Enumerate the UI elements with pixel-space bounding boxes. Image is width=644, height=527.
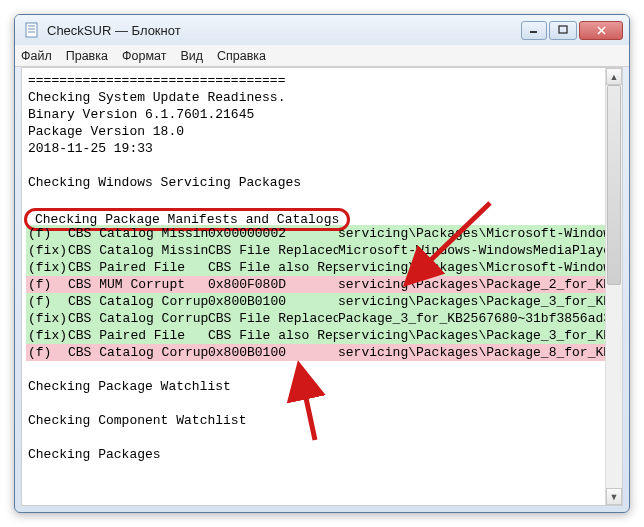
- text-line: =================================: [26, 72, 605, 89]
- text-line: Checking Packages: [26, 446, 605, 463]
- notepad-icon: [23, 21, 41, 39]
- log-row: (fix)CBS Catalog MissingCBS File Replace…: [26, 242, 605, 259]
- vertical-scrollbar[interactable]: ▲ ▼: [605, 68, 622, 505]
- log-cell: (f): [28, 293, 68, 310]
- log-cell: servicing\Packages\Package_8_for_KB26858: [338, 344, 605, 361]
- menu-format[interactable]: Формат: [122, 49, 166, 63]
- log-cell: (f): [28, 276, 68, 293]
- log-cell: (fix): [28, 259, 68, 276]
- text-line: Checking Component Watchlist: [26, 412, 605, 429]
- log-cell: 0x800B0100: [208, 293, 338, 310]
- text-line: Binary Version 6.1.7601.21645: [26, 106, 605, 123]
- log-cell: CBS File also Replaced: [208, 259, 338, 276]
- log-cell: (f): [28, 225, 68, 242]
- text-line: Checking System Update Readiness.: [26, 89, 605, 106]
- scroll-track[interactable]: [606, 85, 622, 488]
- log-cell: 0x800F080D: [208, 276, 338, 293]
- text-area-wrap: ================================= Checki…: [21, 67, 623, 506]
- text-line: [26, 157, 605, 174]
- svg-rect-5: [559, 26, 567, 33]
- text-line: [26, 429, 605, 446]
- svg-rect-0: [26, 23, 37, 37]
- scroll-down-button[interactable]: ▼: [606, 488, 622, 505]
- maximize-button[interactable]: [549, 21, 577, 40]
- log-cell: (fix): [28, 242, 68, 259]
- notepad-window: CheckSUR — Блокнот Файл Правка Формат Ви…: [14, 14, 630, 513]
- text-line: Checking Windows Servicing Packages: [26, 174, 605, 191]
- log-row: (f)CBS Catalog Corrupt0x800B0100servicin…: [26, 344, 605, 361]
- log-cell: (f): [28, 344, 68, 361]
- log-cell: CBS Catalog Missing: [68, 242, 208, 259]
- log-row: (f)CBS MUM Corrupt0x800F080Dservicing\Pa…: [26, 276, 605, 293]
- log-cell: servicing\Packages\Package_2_for_KB27576: [338, 276, 605, 293]
- log-cell: (fix): [28, 327, 68, 344]
- log-cell: CBS Catalog Corrupt: [68, 293, 208, 310]
- window-title: CheckSUR — Блокнот: [47, 23, 181, 38]
- menu-help[interactable]: Справка: [217, 49, 266, 63]
- menu-file[interactable]: Файл: [21, 49, 52, 63]
- text-line: Checking Package Manifests and Catalogs: [26, 208, 605, 225]
- text-line: [26, 361, 605, 378]
- menu-view[interactable]: Вид: [180, 49, 203, 63]
- log-cell: servicing\Packages\Package_3_for_KB25676: [338, 293, 605, 310]
- log-rows: (f)CBS Catalog Missing0x00000002servicin…: [26, 225, 605, 361]
- log-row: (fix)CBS Paired FileCBS File also Replac…: [26, 327, 605, 344]
- log-row: (fix)CBS Paired FileCBS File also Replac…: [26, 259, 605, 276]
- log-cell: CBS Paired File: [68, 259, 208, 276]
- log-cell: CBS Paired File: [68, 327, 208, 344]
- log-row: (f)CBS Catalog Missing0x00000002servicin…: [26, 225, 605, 242]
- log-row: (fix)CBS Catalog CorruptCBS File Replace…: [26, 310, 605, 327]
- text-line: Package Version 18.0: [26, 123, 605, 140]
- log-cell: servicing\Packages\Package_3_for_KB25676: [338, 327, 605, 344]
- menu-edit[interactable]: Правка: [66, 49, 108, 63]
- text-line: [26, 191, 605, 208]
- log-cell: servicing\Packages\Microsoft-WindowsMedi…: [338, 259, 605, 276]
- text-area[interactable]: ================================= Checki…: [22, 68, 605, 505]
- log-cell: (fix): [28, 310, 68, 327]
- log-cell: CBS File also Replaced: [208, 327, 338, 344]
- text-line: Checking Package Watchlist: [26, 378, 605, 395]
- log-cell: 0x800B0100: [208, 344, 338, 361]
- scroll-thumb[interactable]: [607, 85, 621, 285]
- log-cell: CBS Catalog Missing: [68, 225, 208, 242]
- log-cell: CBS File Replaced: [208, 310, 338, 327]
- log-cell: CBS Catalog Corrupt: [68, 344, 208, 361]
- log-cell: CBS File Replaced: [208, 242, 338, 259]
- text-line: 2018-11-25 19:33: [26, 140, 605, 157]
- log-cell: CBS Catalog Corrupt: [68, 310, 208, 327]
- minimize-button[interactable]: [521, 21, 547, 40]
- window-controls: [521, 21, 625, 40]
- scroll-up-button[interactable]: ▲: [606, 68, 622, 85]
- log-cell: Package_3_for_KB2567680~31bf3856ad364e: [338, 310, 605, 327]
- log-cell: CBS MUM Corrupt: [68, 276, 208, 293]
- log-cell: servicing\Packages\Microsoft-Windows-Win…: [338, 225, 605, 242]
- titlebar[interactable]: CheckSUR — Блокнот: [15, 15, 629, 45]
- text-line: [26, 395, 605, 412]
- log-row: (f)CBS Catalog Corrupt0x800B0100servicin…: [26, 293, 605, 310]
- close-button[interactable]: [579, 21, 623, 40]
- log-cell: 0x00000002: [208, 225, 338, 242]
- log-cell: Microsoft-Windows-WindowsMediaPlayer-Tr: [338, 242, 605, 259]
- menubar: Файл Правка Формат Вид Справка: [15, 45, 629, 67]
